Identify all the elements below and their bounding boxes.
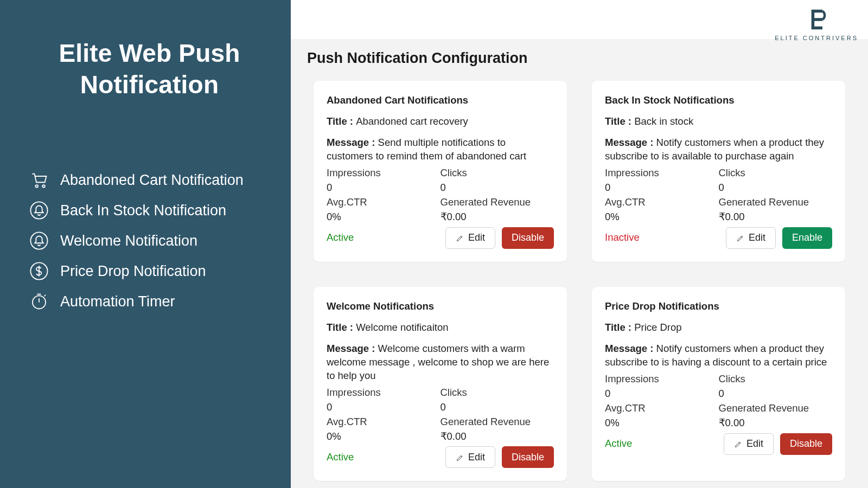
avgctr-label: Avg.CTR <box>327 415 441 429</box>
page-title: Push Notification Configuration <box>291 39 868 81</box>
status-badge: Active <box>327 231 354 245</box>
title-value: Back in stock <box>634 115 693 127</box>
card-stats: Impressions Clicks 0 0 Avg.CTR Generated… <box>605 166 832 224</box>
message-label: Message : <box>605 137 656 148</box>
clicks-label: Clicks <box>441 386 554 400</box>
currency-icon <box>30 262 48 280</box>
card-message-row: Message : Welcome customers with a warm … <box>327 342 554 383</box>
clicks-label: Clicks <box>719 373 833 386</box>
sidebar-item-abandoned-cart[interactable]: Abandoned Cart Notification <box>30 171 269 189</box>
sidebar-item-back-in-stock[interactable]: Back In Stock Notification <box>30 201 269 220</box>
card-heading: Abandoned Cart Notifications <box>327 94 554 107</box>
bell-icon <box>30 232 48 250</box>
notification-card: Welcome Notifications Title : Welcome no… <box>314 287 567 481</box>
card-heading: Price Drop Notifications <box>605 300 832 313</box>
edit-button[interactable]: Edit <box>726 227 776 249</box>
card-footer: Active Edit Disable <box>327 446 554 468</box>
revenue-value: ₹0.00 <box>441 430 554 444</box>
clicks-value: 0 <box>441 401 554 414</box>
enable-button[interactable]: Enable <box>782 227 832 249</box>
revenue-label: Generated Revenue <box>719 196 833 209</box>
card-action-group: Edit Enable <box>726 227 832 249</box>
avgctr-label: Avg.CTR <box>327 196 441 209</box>
card-message-row: Message : Notify customers when a produc… <box>605 136 832 163</box>
avgctr-value: 0% <box>605 210 719 224</box>
card-heading: Back In Stock Notifications <box>605 94 832 107</box>
card-title-row: Title : Price Drop <box>605 321 832 335</box>
avgctr-value: 0% <box>605 416 719 430</box>
card-stats: Impressions Clicks 0 0 Avg.CTR Generated… <box>605 373 832 430</box>
svg-point-1 <box>42 185 45 188</box>
clicks-value: 0 <box>719 181 833 195</box>
impressions-label: Impressions <box>605 166 719 180</box>
card-title-row: Title : Back in stock <box>605 115 832 129</box>
sidebar-item-label: Welcome Notification <box>60 233 197 249</box>
cart-icon <box>30 171 48 189</box>
card-footer: Active Edit Disable <box>605 433 832 455</box>
pencil-icon <box>456 453 464 461</box>
main-panel: ELITE CONTRIVERS Push Notification Confi… <box>291 0 868 488</box>
notification-card: Price Drop Notifications Title : Price D… <box>592 287 845 481</box>
svg-point-0 <box>35 185 38 188</box>
sidebar-item-label: Back In Stock Notification <box>60 202 226 219</box>
avgctr-label: Avg.CTR <box>605 402 719 415</box>
impressions-value: 0 <box>605 181 719 195</box>
bell-alert-icon <box>30 201 48 220</box>
brand-logo: ELITE CONTRIVERS <box>775 8 858 41</box>
card-footer: Active Edit Disable <box>327 227 554 249</box>
app-title: Elite Web Push Notification <box>30 38 269 100</box>
status-badge: Inactive <box>605 231 640 245</box>
revenue-label: Generated Revenue <box>719 402 833 415</box>
card-stats: Impressions Clicks 0 0 Avg.CTR Generated… <box>327 386 554 444</box>
disable-button[interactable]: Disable <box>502 446 554 468</box>
brand-mark-icon <box>775 8 858 31</box>
avgctr-value: 0% <box>327 210 441 224</box>
impressions-label: Impressions <box>605 373 719 386</box>
title-label: Title : <box>327 322 356 333</box>
impressions-label: Impressions <box>327 166 441 180</box>
revenue-value: ₹0.00 <box>441 210 554 224</box>
card-heading: Welcome Notifications <box>327 300 554 313</box>
impressions-value: 0 <box>327 401 441 414</box>
cards-grid: Abandoned Cart Notifications Title : Aba… <box>291 81 868 481</box>
card-title-row: Title : Abandoned cart recovery <box>327 115 554 129</box>
sidebar-item-welcome[interactable]: Welcome Notification <box>30 232 269 250</box>
revenue-label: Generated Revenue <box>441 415 554 429</box>
pencil-icon <box>734 440 742 448</box>
sidebar-item-price-drop[interactable]: Price Drop Notification <box>30 262 269 280</box>
card-action-group: Edit Disable <box>445 446 554 468</box>
pencil-icon <box>736 234 744 242</box>
card-footer: Inactive Edit Enable <box>605 227 832 249</box>
message-label: Message : <box>327 343 378 354</box>
card-message-row: Message : Send multiple notifications to… <box>327 136 554 163</box>
edit-button[interactable]: Edit <box>445 227 495 249</box>
title-label: Title : <box>605 322 634 333</box>
edit-button[interactable]: Edit <box>724 433 774 455</box>
stopwatch-icon <box>30 292 48 311</box>
card-message-row: Message : Notify customers when a produc… <box>605 342 832 369</box>
clicks-label: Clicks <box>441 166 554 180</box>
disable-button[interactable]: Disable <box>502 227 554 249</box>
card-action-group: Edit Disable <box>445 227 554 249</box>
status-badge: Active <box>327 451 354 464</box>
revenue-value: ₹0.00 <box>719 416 833 430</box>
sidebar-item-automation-timer[interactable]: Automation Timer <box>30 292 269 311</box>
revenue-value: ₹0.00 <box>719 210 833 224</box>
message-label: Message : <box>327 137 378 148</box>
edit-label: Edit <box>749 232 765 243</box>
edit-button[interactable]: Edit <box>445 446 495 468</box>
avgctr-value: 0% <box>327 430 441 444</box>
clicks-value: 0 <box>441 181 554 195</box>
title-value: Abandoned cart recovery <box>356 115 468 127</box>
edit-label: Edit <box>746 438 763 450</box>
sidebar-item-label: Abandoned Cart Notification <box>60 172 244 189</box>
edit-label: Edit <box>468 452 485 463</box>
notification-card: Back In Stock Notifications Title : Back… <box>592 81 845 262</box>
svg-point-3 <box>30 232 47 249</box>
pencil-icon <box>456 234 464 242</box>
sidebar: Elite Web Push Notification Abandoned Ca… <box>0 0 291 488</box>
title-value: Price Drop <box>634 322 681 333</box>
disable-button[interactable]: Disable <box>780 433 832 455</box>
title-label: Title : <box>605 115 634 127</box>
brand-name: ELITE CONTRIVERS <box>775 35 858 41</box>
